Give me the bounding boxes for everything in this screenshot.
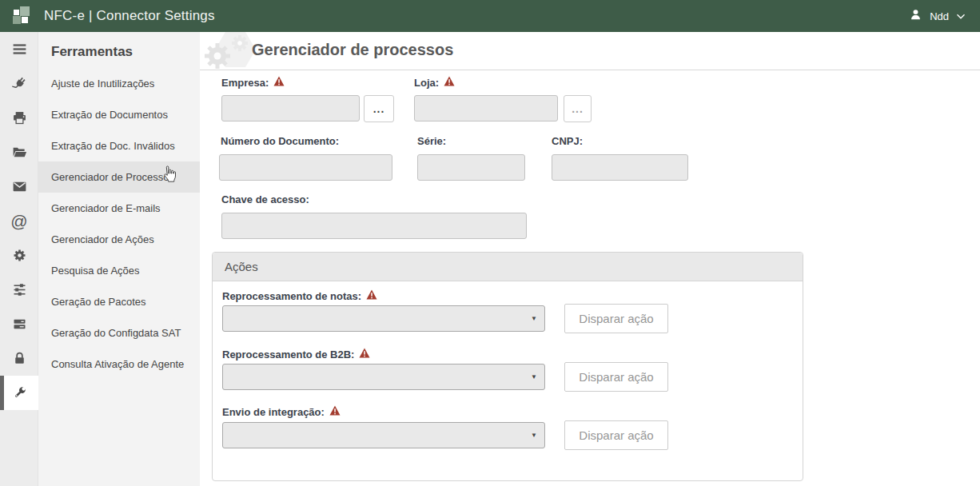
menu-item-extracao-doc-invalidos[interactable]: Extração de Doc. Inválidos [38,130,200,161]
gears-watermark-icon [200,32,257,75]
cnpj-label: CNPJ: [552,135,583,147]
lock-icon[interactable] [0,341,38,376]
plug-icon[interactable] [0,66,38,101]
chave-acesso-label: Chave de acesso: [221,193,309,205]
menu-item-geracao-pacotes[interactable]: Geração de Pacotes [38,286,200,317]
tools-menu: Ferramentas Ajuste de Inutilizações Extr… [38,32,200,486]
server-icon[interactable] [0,307,38,341]
loja-browse-button[interactable]: ... [564,95,592,122]
warning-icon [359,348,370,361]
loja-label: Loja: [414,76,455,89]
reprocessamento-notas-select[interactable] [222,305,545,332]
warning-icon [329,405,341,418]
app-title: NFC-e | Connector Settings [44,8,215,24]
page-title: Gerenciador de processos [252,41,453,59]
menu-item-extracao-documentos[interactable]: Extração de Documentos [38,99,200,130]
warning-icon [273,76,285,89]
user-name: Ndd [930,10,949,22]
menu-item-gerenciador-emails[interactable]: Gerenciador de E-mails [38,193,200,224]
at-sign-icon[interactable] [0,204,38,238]
menu-item-geracao-configdata-sat[interactable]: Geração do Configdata SAT [38,317,200,349]
cnpj-input[interactable] [552,154,688,181]
top-bar: NFC-e | Connector Settings Ndd [0,0,980,32]
sliders-icon[interactable] [0,273,38,307]
menu-title: Ferramentas [38,32,200,68]
app-logo [11,6,33,27]
serie-input[interactable] [417,154,525,181]
menu-item-ajuste-inutilizacoes[interactable]: Ajuste de Inutilizações [38,68,200,99]
hamburger-menu-icon[interactable] [0,32,38,66]
disparar-acao-integracao-button[interactable]: Disparar ação [564,420,668,450]
acoes-panel: Ações Reprocessamento de notas: Disparar… [212,252,803,481]
envio-integracao-label: Envio de integração: [222,405,341,418]
wrench-icon[interactable] [0,376,38,410]
gear-icon[interactable] [0,238,38,273]
reprocessamento-b2b-label: Reprocessamento de B2B: [222,348,370,361]
loja-input[interactable] [414,95,558,122]
numero-documento-input[interactable] [219,154,392,181]
main-content: Gerenciador de processos Empresa: ... Lo… [200,32,980,486]
icon-sidebar [0,32,38,486]
user-menu[interactable]: Ndd [909,8,966,25]
user-icon [909,8,922,25]
empresa-label: Empresa: [221,76,285,89]
menu-item-gerenciador-processos[interactable]: Gerenciador de Processos [38,161,200,193]
serie-label: Série: [417,135,446,147]
empresa-input[interactable] [221,95,360,122]
disparar-acao-b2b-button[interactable]: Disparar ação [564,362,668,392]
warning-icon [366,289,377,302]
reprocessamento-notas-label: Reprocessamento de notas: [222,289,377,302]
menu-item-pesquisa-acoes[interactable]: Pesquisa de Ações [38,255,200,286]
folder-open-icon[interactable] [0,135,38,169]
disparar-acao-notas-button[interactable]: Disparar ação [564,304,668,333]
chave-acesso-input[interactable] [221,213,527,239]
envio-integracao-select[interactable] [222,422,545,448]
printer-icon[interactable] [0,101,38,135]
warning-icon [444,76,455,89]
menu-item-consulta-ativacao-agente[interactable]: Consulta Ativação de Agente [38,349,200,380]
menu-item-gerenciador-acoes[interactable]: Gerenciador de Ações [38,224,200,255]
acoes-panel-header: Ações [213,253,803,281]
envelope-icon[interactable] [0,169,38,204]
chevron-down-icon [956,9,966,23]
reprocessamento-b2b-select[interactable] [222,364,545,390]
empresa-browse-button[interactable]: ... [364,95,394,122]
page-header: Gerenciador de processos [200,32,980,70]
numero-documento-label: Número do Documento: [221,135,339,147]
